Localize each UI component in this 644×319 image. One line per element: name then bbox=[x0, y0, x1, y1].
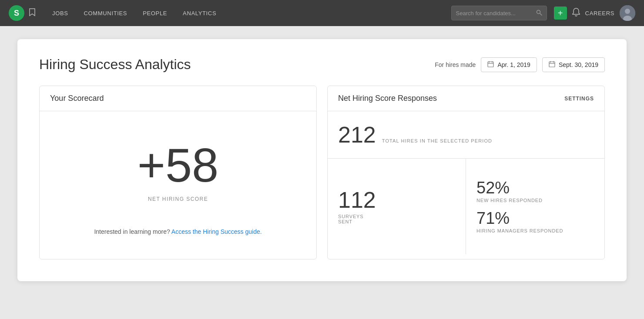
total-hires-label: TOTAL HIRES IN THE SELECTED PERIOD bbox=[382, 138, 492, 143]
surveys-sent-value: 112 bbox=[338, 189, 376, 211]
date-from-value: Apr. 1, 2019 bbox=[497, 61, 530, 68]
date-label: For hires made bbox=[435, 61, 476, 68]
search-input[interactable] bbox=[456, 10, 533, 17]
net-hiring-score-value: +58 bbox=[138, 141, 219, 189]
new-hires-pct-label: NEW HIRES RESPONDED bbox=[476, 198, 594, 203]
svg-rect-5 bbox=[488, 62, 493, 67]
settings-link[interactable]: SETTINGS bbox=[564, 96, 594, 102]
net-hiring-score-label: NET HIRING SCORE bbox=[148, 196, 208, 202]
net-hiring-body: 212 TOTAL HIRES IN THE SELECTED PERIOD 1… bbox=[328, 111, 604, 254]
nav-link-jobs[interactable]: JOBS bbox=[44, 0, 76, 26]
svg-line-1 bbox=[540, 13, 542, 15]
scorecard-footer: Interested in learning more? Access the … bbox=[94, 228, 262, 235]
nav-links: JOBS COMMUNITIES PEOPLE ANALYTICS bbox=[44, 0, 451, 26]
nav-right: + CAREERS bbox=[554, 5, 635, 21]
page-header: Hiring Success Analytics For hires made … bbox=[39, 56, 605, 73]
net-hiring-panel-header: Net Hiring Score Responses SETTINGS bbox=[328, 86, 604, 111]
panels: Your Scorecard +58 NET HIRING SCORE Inte… bbox=[39, 86, 605, 259]
calendar-icon-to bbox=[549, 61, 555, 69]
surveys-sent-label: SURVEYSSENT bbox=[338, 214, 364, 224]
surveys-sent-cell: 112 SURVEYSSENT bbox=[328, 159, 466, 254]
nav-link-analytics[interactable]: ANALYTICS bbox=[175, 0, 224, 26]
hiring-success-guide-link[interactable]: Access the Hiring Success guide. bbox=[171, 228, 262, 235]
scorecard-panel-header: Your Scorecard bbox=[40, 86, 316, 111]
navbar: S JOBS COMMUNITIES PEOPLE ANALYTICS + CA… bbox=[0, 0, 644, 26]
user-avatar[interactable] bbox=[620, 5, 635, 21]
search-bar[interactable] bbox=[451, 6, 547, 20]
nav-logo[interactable]: S bbox=[9, 5, 24, 21]
net-hiring-panel-title: Net Hiring Score Responses bbox=[338, 94, 437, 103]
search-icon bbox=[536, 10, 542, 17]
nav-link-communities[interactable]: COMMUNITIES bbox=[76, 0, 135, 26]
svg-point-0 bbox=[537, 10, 540, 13]
svg-rect-9 bbox=[549, 62, 555, 67]
bell-icon[interactable] bbox=[572, 8, 580, 19]
careers-link[interactable]: CAREERS bbox=[585, 10, 614, 17]
hiring-managers-group: 71% HIRING MANAGERS RESPONDED bbox=[476, 210, 594, 233]
date-to-value: Sept. 30, 2019 bbox=[559, 61, 598, 68]
svg-point-3 bbox=[625, 9, 630, 14]
total-hires-value: 212 bbox=[338, 123, 376, 146]
date-from-button[interactable]: Apr. 1, 2019 bbox=[481, 57, 537, 72]
scorecard-body: +58 NET HIRING SCORE Interested in learn… bbox=[40, 111, 316, 259]
hiring-mgr-pct-label: HIRING MANAGERS RESPONDED bbox=[476, 228, 594, 233]
bookmark-icon[interactable] bbox=[29, 8, 36, 19]
page-wrapper: Hiring Success Analytics For hires made … bbox=[0, 26, 644, 299]
hiring-mgr-pct-value: 71% bbox=[476, 210, 594, 226]
stat-row-bottom: 112 SURVEYSSENT 52% NEW HIRES RESPONDED … bbox=[328, 159, 604, 254]
new-hires-pct-value: 52% bbox=[476, 179, 594, 196]
nav-link-people[interactable]: PEOPLE bbox=[135, 0, 175, 26]
net-hiring-panel: Net Hiring Score Responses SETTINGS 212 … bbox=[327, 86, 605, 259]
content-card: Hiring Success Analytics For hires made … bbox=[17, 39, 627, 281]
scorecard-footer-text: Interested in learning more? bbox=[94, 228, 170, 235]
new-hires-group: 52% NEW HIRES RESPONDED bbox=[476, 179, 594, 203]
total-hires-row: 212 TOTAL HIRES IN THE SELECTED PERIOD bbox=[328, 111, 604, 159]
page-title: Hiring Success Analytics bbox=[39, 56, 191, 73]
date-to-button[interactable]: Sept. 30, 2019 bbox=[542, 57, 605, 72]
scorecard-panel: Your Scorecard +58 NET HIRING SCORE Inte… bbox=[39, 86, 317, 259]
scorecard-panel-title: Your Scorecard bbox=[50, 94, 104, 103]
add-button[interactable]: + bbox=[554, 7, 567, 20]
response-rates-cell: 52% NEW HIRES RESPONDED 71% HIRING MANAG… bbox=[466, 159, 604, 254]
calendar-icon-from bbox=[487, 61, 494, 69]
date-filters: For hires made Apr. 1, 2019 bbox=[435, 57, 605, 72]
